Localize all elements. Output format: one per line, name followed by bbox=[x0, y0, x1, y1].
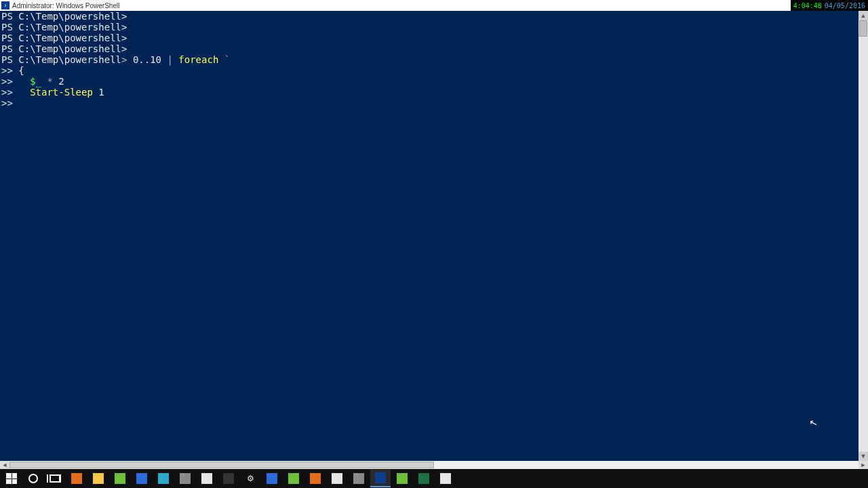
taskbar-start[interactable] bbox=[1, 470, 22, 487]
console-line: >> Start-Sleep 1 bbox=[1, 87, 867, 98]
app-editor-icon bbox=[440, 473, 451, 484]
mail-icon bbox=[267, 473, 277, 484]
open-brace: { bbox=[18, 65, 24, 76]
taskbar-task-view[interactable] bbox=[45, 470, 65, 487]
powershell-icon bbox=[1, 1, 9, 9]
taskbar-excel[interactable] bbox=[414, 470, 434, 487]
taskbar-mobaxterm[interactable] bbox=[283, 470, 304, 487]
prompt-caret: > bbox=[121, 54, 133, 65]
taskbar-mail[interactable] bbox=[262, 470, 282, 487]
cortana-search-icon bbox=[28, 474, 38, 483]
console-line: PS C:\Temp\powershell> 0..10 | foreach ` bbox=[1, 54, 867, 65]
horizontal-scrollbar[interactable]: ◄ ► bbox=[0, 461, 868, 469]
continuation-prompt: >> bbox=[1, 87, 30, 98]
skype-icon bbox=[158, 473, 169, 484]
app-pen-icon bbox=[353, 473, 364, 484]
app-orange-icon bbox=[310, 473, 321, 484]
start-sleep-cmdlet: Start-Sleep bbox=[30, 87, 98, 98]
hscroll-thumb[interactable] bbox=[9, 462, 434, 468]
paint-icon bbox=[332, 473, 342, 484]
prompt: PS C:\Temp\powershell> bbox=[1, 33, 127, 43]
app-cube-icon bbox=[180, 473, 191, 484]
taskbar-settings[interactable]: ⚙ bbox=[240, 470, 260, 487]
taskbar[interactable]: ⚙ bbox=[0, 469, 868, 488]
firefox-icon bbox=[71, 473, 82, 484]
prompt: PS C:\Temp\powershell> bbox=[1, 43, 127, 54]
multiply-operator: * bbox=[47, 76, 58, 87]
taskbar-firefox[interactable] bbox=[66, 470, 87, 487]
line-continuation-backtick: ` bbox=[224, 54, 230, 65]
cmd-prompt-icon bbox=[223, 473, 234, 484]
powershell-icon bbox=[375, 472, 386, 483]
task-view-icon bbox=[50, 474, 60, 483]
console-line: >> $_ * 2 bbox=[1, 76, 867, 87]
settings-icon: ⚙ bbox=[244, 472, 256, 485]
outlook-icon bbox=[136, 473, 147, 484]
taskbar-outlook[interactable] bbox=[132, 470, 152, 487]
scroll-right-arrow-icon[interactable]: ► bbox=[859, 461, 868, 469]
vscroll-thumb[interactable] bbox=[859, 20, 867, 37]
notepad-plus-icon bbox=[115, 473, 125, 484]
vscroll-track[interactable] bbox=[859, 20, 868, 451]
taskbar-cmd-prompt[interactable] bbox=[218, 470, 239, 487]
foreach-keyword: foreach bbox=[178, 54, 224, 65]
prompt: PS C:\Temp\powershell> bbox=[1, 22, 127, 33]
taskbar-app-pen[interactable] bbox=[349, 470, 369, 487]
taskbar-skype[interactable] bbox=[153, 470, 174, 487]
taskbar-app-diff[interactable] bbox=[392, 470, 412, 487]
taskbar-app-editor[interactable] bbox=[435, 470, 456, 487]
taskbar-cortana-search[interactable] bbox=[23, 470, 43, 487]
pipeline-variable: $_ bbox=[30, 76, 47, 87]
clock-overlay: 4:04:48 04/05/2016 bbox=[791, 0, 868, 11]
app-installer-icon bbox=[201, 473, 212, 484]
app-diff-icon bbox=[397, 473, 408, 484]
continuation-prompt: >> bbox=[1, 65, 18, 76]
console-line: PS C:\Temp\powershell> bbox=[1, 11, 867, 22]
continuation-prompt: >> bbox=[1, 76, 30, 87]
prompt: PS C:\Temp\powershell bbox=[1, 54, 121, 65]
taskbar-app-cube[interactable] bbox=[175, 470, 195, 487]
console-line: >> bbox=[1, 98, 867, 108]
start-icon bbox=[6, 473, 17, 484]
console-line: PS C:\Temp\powershell> bbox=[1, 22, 867, 33]
clock-time: 4:04:48 bbox=[793, 2, 822, 9]
scroll-down-arrow-icon[interactable]: ▼ bbox=[859, 451, 868, 461]
taskbar-paint[interactable] bbox=[327, 470, 347, 487]
file-explorer-icon bbox=[93, 473, 104, 484]
pipe-operator: | bbox=[167, 54, 178, 65]
taskbar-app-orange[interactable] bbox=[305, 470, 326, 487]
continuation-prompt: >> bbox=[1, 98, 18, 108]
mobaxterm-icon bbox=[288, 473, 299, 484]
taskbar-powershell[interactable] bbox=[370, 470, 391, 487]
number-literal: 2 bbox=[58, 76, 64, 87]
clock-date: 04/05/2016 bbox=[825, 2, 865, 9]
taskbar-file-explorer[interactable] bbox=[88, 470, 108, 487]
number-literal: 1 bbox=[98, 87, 104, 98]
range-literal: 0..10 bbox=[133, 54, 167, 65]
titlebar[interactable]: Administrator: Windows PowerShell 4:04:4… bbox=[0, 0, 868, 11]
prompt: PS C:\Temp\powershell> bbox=[1, 11, 127, 22]
excel-icon bbox=[418, 473, 429, 484]
window-title: Administrator: Windows PowerShell bbox=[12, 2, 119, 9]
window: Administrator: Windows PowerShell 4:04:4… bbox=[0, 0, 868, 488]
console-line: >> { bbox=[1, 65, 867, 76]
taskbar-notepad-plus[interactable] bbox=[110, 470, 130, 487]
vertical-scrollbar[interactable]: ▲ ▼ bbox=[859, 11, 868, 461]
console-wrap: PS C:\Temp\powershell>PS C:\Temp\powersh… bbox=[0, 11, 868, 469]
console[interactable]: PS C:\Temp\powershell>PS C:\Temp\powersh… bbox=[0, 11, 868, 461]
console-line: PS C:\Temp\powershell> bbox=[1, 33, 867, 43]
taskbar-app-installer[interactable] bbox=[197, 470, 217, 487]
console-line: PS C:\Temp\powershell> bbox=[1, 43, 867, 54]
scroll-up-arrow-icon[interactable]: ▲ bbox=[859, 11, 868, 20]
hscroll-track[interactable] bbox=[9, 461, 859, 469]
scroll-left-arrow-icon[interactable]: ◄ bbox=[0, 461, 9, 469]
